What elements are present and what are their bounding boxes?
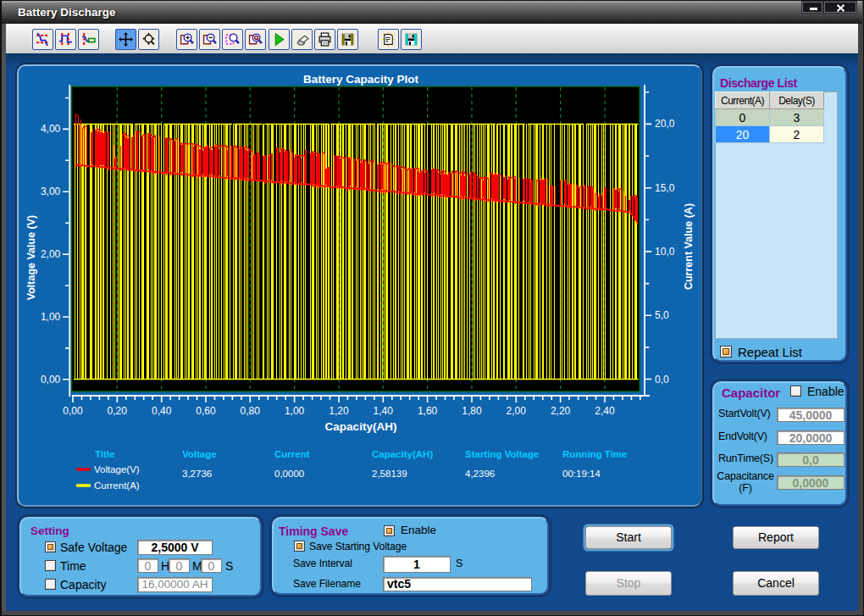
svg-text:Capacity(AH): Capacity(AH)	[372, 449, 433, 459]
svg-text:Voltage Value (V): Voltage Value (V)	[25, 215, 37, 301]
svg-text:1,40: 1,40	[374, 405, 394, 417]
svg-text:Battery Capacity Plot: Battery Capacity Plot	[303, 73, 418, 86]
svg-text:5,0: 5,0	[655, 309, 669, 321]
svg-text:1,20: 1,20	[329, 405, 349, 417]
svg-text:0,00: 0,00	[41, 374, 61, 386]
svg-text:4,2396: 4,2396	[465, 469, 495, 479]
svg-text:3,2736: 3,2736	[182, 469, 212, 479]
svg-text:3,00: 3,00	[41, 186, 61, 197]
svg-text:2,00: 2,00	[41, 248, 61, 260]
svg-text:0,00: 0,00	[63, 405, 83, 417]
svg-text:20,0: 20,0	[655, 118, 675, 130]
svg-text:Title: Title	[95, 449, 114, 459]
svg-text:Capacity(AH): Capacity(AH)	[325, 420, 397, 433]
svg-text:2,00: 2,00	[507, 405, 527, 417]
svg-text:15,0: 15,0	[655, 182, 675, 194]
svg-text:Voltage(V): Voltage(V)	[94, 464, 140, 474]
svg-text:10,0: 10,0	[655, 246, 675, 258]
svg-text:2,20: 2,20	[551, 405, 571, 417]
svg-text:Current: Current	[274, 449, 310, 459]
svg-text:0,20: 0,20	[108, 405, 128, 417]
svg-text:1,60: 1,60	[418, 405, 438, 417]
svg-text:2,40: 2,40	[595, 405, 615, 417]
svg-text:0,40: 0,40	[152, 405, 172, 417]
svg-text:Starting Voltage: Starting Voltage	[465, 449, 539, 459]
svg-text:4,00: 4,00	[41, 123, 61, 135]
svg-text:00:19:14: 00:19:14	[562, 469, 601, 479]
svg-text:Voltage: Voltage	[182, 449, 217, 459]
svg-text:0,0: 0,0	[655, 374, 669, 386]
svg-text:0,60: 0,60	[196, 405, 216, 417]
svg-text:1,80: 1,80	[462, 405, 482, 417]
svg-text:Running Time: Running Time	[562, 449, 627, 459]
svg-text:0,80: 0,80	[241, 405, 261, 417]
svg-text:2,58139: 2,58139	[372, 469, 407, 479]
svg-text:1,00: 1,00	[41, 311, 61, 323]
svg-text:0,0000: 0,0000	[274, 469, 304, 479]
svg-text:Current(A): Current(A)	[94, 480, 140, 491]
svg-text:1,00: 1,00	[285, 405, 305, 417]
svg-text:Current Value (A): Current Value (A)	[683, 203, 695, 290]
